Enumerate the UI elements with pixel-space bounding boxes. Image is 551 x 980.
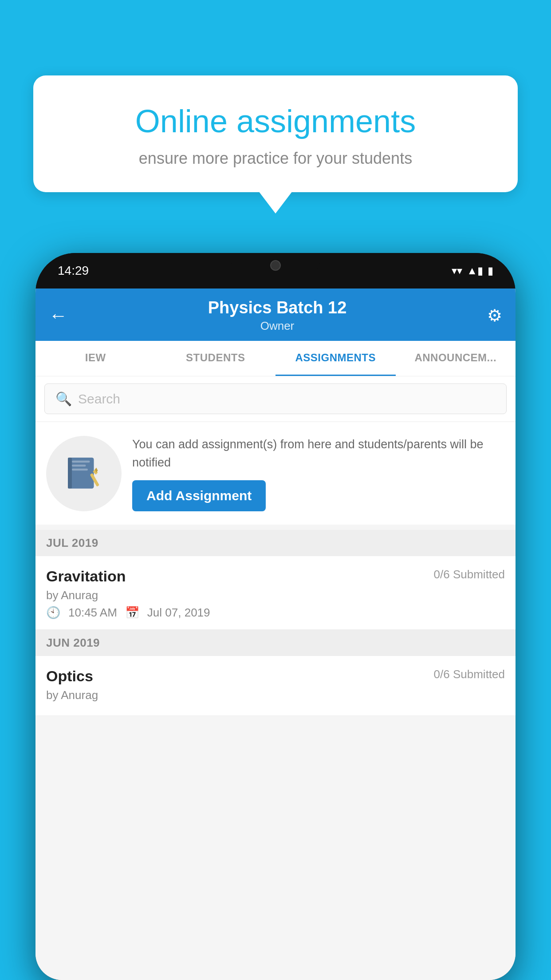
- submitted-count-gravitation: 0/6 Submitted: [434, 568, 505, 581]
- tab-announcements[interactable]: ANNOUNCEM...: [396, 341, 516, 376]
- svg-rect-2: [72, 460, 90, 462]
- submitted-count-optics: 0/6 Submitted: [434, 668, 505, 681]
- wifi-icon: ▾▾: [452, 265, 462, 277]
- section-header-jun: JUN 2019: [35, 630, 516, 656]
- speech-bubble-container: Online assignments ensure more practice …: [33, 75, 518, 192]
- search-icon: 🔍: [55, 391, 72, 407]
- svg-rect-4: [72, 468, 88, 470]
- assignment-meta-optics: by Anurag: [46, 688, 505, 702]
- status-time: 14:29: [58, 264, 89, 278]
- search-bar[interactable]: 🔍 Search: [44, 383, 507, 414]
- status-icons: ▾▾ ▲▮ ▮: [452, 265, 493, 277]
- content-area[interactable]: 🔍 Search: [35, 376, 516, 980]
- notebook-icon: [64, 454, 104, 494]
- calendar-icon: 📅: [125, 606, 139, 620]
- section-header-jul: JUL 2019: [35, 530, 516, 556]
- tab-students[interactable]: STUDENTS: [156, 341, 276, 376]
- back-button[interactable]: ←: [49, 305, 67, 326]
- assignment-time-date-gravitation: 🕙 10:45 AM 📅 Jul 07, 2019: [46, 606, 505, 620]
- bubble-subtitle: ensure more practice for your students: [64, 149, 487, 168]
- bubble-title: Online assignments: [64, 102, 487, 140]
- promo-description: You can add assignment(s) from here and …: [132, 435, 505, 471]
- header-subtitle: Owner: [208, 319, 347, 333]
- assignment-item-header: Gravitation 0/6 Submitted: [46, 568, 505, 585]
- assignment-item-gravitation[interactable]: Gravitation 0/6 Submitted by Anurag 🕙 10…: [35, 556, 516, 630]
- assignment-item-optics[interactable]: Optics 0/6 Submitted by Anurag: [35, 656, 516, 716]
- tab-assignments[interactable]: ASSIGNMENTS: [276, 341, 396, 376]
- svg-rect-1: [68, 458, 72, 489]
- svg-rect-3: [72, 464, 86, 466]
- speech-bubble: Online assignments ensure more practice …: [33, 75, 518, 192]
- signal-icon: ▲▮: [467, 265, 483, 277]
- search-bar-container: 🔍 Search: [35, 376, 516, 421]
- assignment-meta-gravitation: by Anurag: [46, 589, 505, 602]
- add-assignment-promo: You can add assignment(s) from here and …: [35, 422, 516, 525]
- header-title: Physics Batch 12: [208, 298, 347, 317]
- front-camera: [270, 260, 281, 271]
- phone-notch: [231, 253, 320, 277]
- battery-icon: ▮: [488, 265, 493, 277]
- tab-iew[interactable]: IEW: [35, 341, 156, 376]
- assignment-promo-text: You can add assignment(s) from here and …: [132, 435, 505, 511]
- phone-screen: ← Physics Batch 12 Owner ⚙ IEW STUDENTS …: [35, 288, 516, 980]
- app-header: ← Physics Batch 12 Owner ⚙: [35, 288, 516, 341]
- clock-icon: 🕙: [46, 606, 60, 620]
- assignment-date: Jul 07, 2019: [147, 606, 210, 620]
- search-placeholder: Search: [78, 391, 120, 407]
- header-center: Physics Batch 12 Owner: [208, 298, 347, 333]
- settings-icon[interactable]: ⚙: [487, 306, 502, 325]
- assignment-icon-circle: [46, 436, 122, 511]
- phone-frame: 14:29 ▾▾ ▲▮ ▮ ← Physics Batch 12 Owner ⚙…: [35, 253, 516, 980]
- assignment-name-gravitation: Gravitation: [46, 568, 126, 585]
- tabs-container: IEW STUDENTS ASSIGNMENTS ANNOUNCEM...: [35, 341, 516, 376]
- add-assignment-button[interactable]: Add Assignment: [132, 480, 266, 511]
- phone-status-bar: 14:29 ▾▾ ▲▮ ▮: [35, 253, 516, 288]
- assignment-item-header-optics: Optics 0/6 Submitted: [46, 668, 505, 685]
- assignment-name-optics: Optics: [46, 668, 93, 685]
- assignment-time: 10:45 AM: [68, 606, 117, 620]
